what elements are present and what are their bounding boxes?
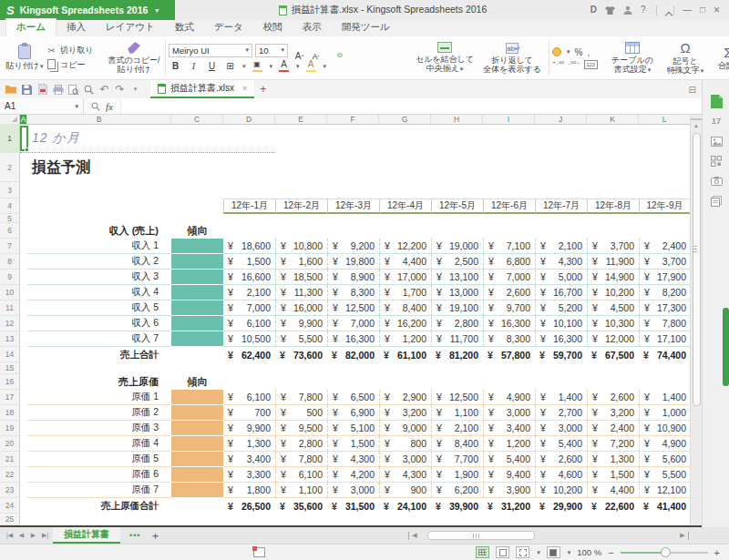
cell-value[interactable]: ¥7,800 xyxy=(639,316,691,331)
align-left-button[interactable] xyxy=(323,59,327,62)
ribbon-tab-数式[interactable]: 数式 xyxy=(165,19,204,36)
column-header-D[interactable]: D xyxy=(223,115,275,125)
percent-format-button[interactable]: % xyxy=(575,47,583,57)
calendar-icon[interactable]: 17 xyxy=(703,111,729,131)
cell-value[interactable]: ¥2,700 xyxy=(535,405,587,421)
cell-value[interactable]: ¥2,800 xyxy=(431,316,483,331)
cell-value[interactable]: ¥26,500 xyxy=(223,498,275,514)
hscroll-track[interactable] xyxy=(420,531,677,540)
cell-value[interactable]: ¥8,900 xyxy=(327,270,379,285)
cell-value[interactable]: ¥5,000 xyxy=(535,270,587,285)
document-tab[interactable]: 損益計算書.xlsx × xyxy=(150,80,254,98)
cell-value[interactable]: ¥14,900 xyxy=(587,270,639,285)
trend-header-cost[interactable]: 傾向 xyxy=(171,374,223,390)
cell-value[interactable]: ¥67,500 xyxy=(587,347,639,362)
cell-value[interactable]: ¥16,300 xyxy=(327,331,379,347)
row-header-10[interactable]: 10 xyxy=(0,285,20,300)
cell-value[interactable]: ¥16,300 xyxy=(483,316,535,331)
previous-sheet-button[interactable]: ◀ xyxy=(15,532,27,539)
decrease-decimal-button[interactable]: ·⁰⁰⁻ xyxy=(568,60,580,68)
row-header-19[interactable]: 19 xyxy=(0,421,20,436)
row-header-11[interactable]: 11 xyxy=(0,300,20,316)
cell-value[interactable]: ¥4,900 xyxy=(639,436,691,452)
cell-value[interactable]: ¥3,900 xyxy=(483,483,535,498)
skin-icon[interactable] xyxy=(605,6,615,15)
cell-value[interactable]: ¥6,800 xyxy=(483,254,535,270)
first-sheet-button[interactable]: |◀ xyxy=(4,532,15,539)
task-pane-toggle-icon[interactable]: ⊟ xyxy=(689,85,696,95)
row-label[interactable]: 原価 7 xyxy=(27,483,171,498)
justify-button[interactable] xyxy=(345,59,349,62)
cell-month-header[interactable]: 12年-3月 xyxy=(327,199,379,214)
column-header-I[interactable]: I xyxy=(483,115,535,125)
cell-value[interactable]: ¥12,500 xyxy=(327,300,379,316)
cell-value[interactable]: ¥10,200 xyxy=(587,285,639,300)
cell-value[interactable]: ¥4,600 xyxy=(535,467,587,483)
cell-value[interactable]: ¥9,700 xyxy=(483,300,535,316)
align-right-button[interactable] xyxy=(338,59,342,62)
trend-sparkline-cell[interactable] xyxy=(171,405,223,421)
cell-value[interactable]: ¥4,500 xyxy=(587,300,639,316)
row-header-21[interactable]: 21 xyxy=(0,452,20,467)
cell-value[interactable]: ¥16,700 xyxy=(535,285,587,300)
cell-value[interactable]: ¥4,400 xyxy=(587,483,639,498)
cell-value[interactable]: ¥17,100 xyxy=(639,331,691,347)
row-label[interactable]: 収入 7 xyxy=(27,331,171,347)
trend-sparkline-cell[interactable] xyxy=(171,270,223,285)
cell-value[interactable]: ¥2,100 xyxy=(431,421,483,436)
font-color-button[interactable]: A xyxy=(277,60,291,73)
redo-button[interactable]: ↷ xyxy=(112,82,128,97)
trend-sparkline-cell[interactable] xyxy=(171,390,223,405)
cell-value[interactable]: ¥7,800 xyxy=(275,452,327,467)
cell-value[interactable]: ¥59,700 xyxy=(535,347,587,362)
cell-value[interactable]: ¥7,100 xyxy=(483,239,535,254)
cell-value[interactable]: ¥5,500 xyxy=(639,467,691,483)
trend-sparkline-cell[interactable] xyxy=(171,452,223,467)
cell-value[interactable]: ¥2,800 xyxy=(275,436,327,452)
picture-icon[interactable] xyxy=(703,131,729,151)
cell-month-header[interactable]: 12年-1月 xyxy=(223,199,275,214)
next-sheet-button[interactable]: ▶ xyxy=(27,532,39,539)
cell-value[interactable]: ¥8,300 xyxy=(327,285,379,300)
cell-value[interactable]: ¥2,500 xyxy=(431,254,483,270)
borders-button[interactable]: ⊞ xyxy=(223,62,237,71)
row-header-12[interactable]: 12 xyxy=(0,316,20,331)
camera-icon[interactable] xyxy=(703,171,729,191)
column-header-L[interactable]: L xyxy=(639,115,691,125)
cell-value[interactable]: ¥1,100 xyxy=(431,405,483,421)
sheet-tab-active[interactable]: 損益計算書 xyxy=(53,527,120,544)
column-header-J[interactable]: J xyxy=(535,115,587,125)
maximize-button[interactable]: □ xyxy=(700,5,705,15)
cell-value[interactable]: ¥7,800 xyxy=(275,390,327,405)
cell-value[interactable]: ¥4,300 xyxy=(327,452,379,467)
cell-value[interactable]: ¥12,000 xyxy=(587,331,639,347)
row-label[interactable]: 収入 4 xyxy=(27,285,171,300)
cell-value[interactable]: ¥35,600 xyxy=(275,498,327,514)
cell-month-header[interactable]: 12年-4月 xyxy=(379,199,431,214)
cell-value[interactable]: ¥10,200 xyxy=(535,483,587,498)
print-button[interactable] xyxy=(50,82,66,97)
scroll-up-arrow[interactable]: ▲ xyxy=(691,120,702,131)
sheet-list-icon[interactable]: ••• xyxy=(129,531,140,540)
row-label[interactable]: 原価 2 xyxy=(27,405,171,421)
cell-month-header[interactable]: 12年-5月 xyxy=(431,199,483,214)
currency-format-icon[interactable] xyxy=(552,47,561,56)
ribbon-tab-挿入[interactable]: 挿入 xyxy=(56,19,96,36)
cell-value[interactable]: ¥1,600 xyxy=(275,254,327,270)
cell-value[interactable]: ¥1,100 xyxy=(275,483,327,498)
add-sheet-button[interactable]: ＋ xyxy=(149,528,160,544)
cell-value[interactable]: ¥5,100 xyxy=(327,421,379,436)
new-document-tab-button[interactable]: + xyxy=(260,83,266,96)
autosum-button[interactable]: Σ 合計▾ xyxy=(711,38,729,77)
cell-value[interactable]: ¥6,100 xyxy=(223,316,275,331)
column-header-E[interactable]: E xyxy=(275,115,327,125)
cell-value[interactable]: ¥10,300 xyxy=(587,316,639,331)
cell-value[interactable]: ¥1,200 xyxy=(483,436,535,452)
cell-month-header[interactable]: 12年-7月 xyxy=(535,199,587,214)
cell-value[interactable]: ¥3,700 xyxy=(587,239,639,254)
zoom-slider[interactable] xyxy=(621,552,708,554)
cell-value[interactable]: ¥1,700 xyxy=(379,285,431,300)
align-center-button[interactable] xyxy=(331,59,334,62)
cell-value[interactable]: ¥800 xyxy=(379,436,431,452)
align-bottom-button[interactable] xyxy=(338,54,342,56)
